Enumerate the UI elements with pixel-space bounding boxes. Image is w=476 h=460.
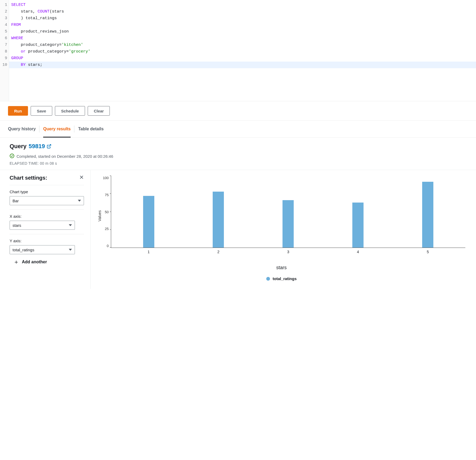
chart-type-select[interactable]: Bar — [10, 196, 84, 205]
chart-x-tick: 1 — [148, 250, 150, 254]
chart-settings-panel: Chart settings: Chart type Bar X axis: s… — [0, 170, 91, 289]
chart-type-value: Bar — [13, 199, 19, 203]
tab-table-details[interactable]: Table details — [78, 121, 104, 137]
close-icon[interactable] — [79, 174, 84, 181]
tab-query-results[interactable]: Query results — [43, 121, 71, 137]
chart-y-axis-label: Values — [98, 210, 102, 221]
chart-bar — [283, 200, 294, 248]
sql-editor[interactable]: 12345678910 SELECT stars, COUNT(stars ) … — [0, 0, 476, 101]
add-another-button[interactable]: ＋ Add another — [13, 259, 84, 265]
legend-series-label: total_ratings — [273, 276, 297, 281]
chart-x-tick: 5 — [427, 250, 429, 254]
chart-y-axis-ticks: 1007550250 — [103, 176, 111, 248]
chart-x-tick: 2 — [217, 250, 220, 254]
chart-bar — [422, 182, 433, 248]
x-axis-label: X axis: — [10, 214, 84, 219]
external-link-icon — [47, 144, 51, 149]
x-axis-value: stars — [13, 223, 21, 228]
query-status-text: Completed, started on December 28, 2020 … — [17, 154, 113, 159]
clear-button[interactable]: Clear — [88, 106, 110, 116]
query-title: Query 59819 — [10, 143, 466, 150]
x-axis-select[interactable]: stars — [10, 221, 75, 230]
save-button[interactable]: Save — [31, 106, 52, 116]
chart-bar — [143, 196, 154, 248]
y-axis-value: total_ratings — [13, 248, 34, 252]
success-icon — [10, 154, 14, 159]
y-axis-label: Y axis: — [10, 239, 84, 243]
chart-area: Values 1007550250 12345 stars total_rati… — [91, 170, 476, 289]
results-body: Chart settings: Chart type Bar X axis: s… — [0, 170, 476, 289]
query-title-prefix: Query — [10, 143, 27, 150]
y-axis-select[interactable]: total_ratings — [10, 245, 75, 254]
bar-chart: Values 1007550250 12345 — [98, 176, 465, 256]
editor-toolbar: Run Save Schedule Clear — [0, 101, 476, 121]
query-id-text: 59819 — [29, 143, 45, 150]
elapsed-time: ELAPSED TIME: 00 m 08 s — [10, 161, 466, 166]
chart-x-tick: 4 — [357, 250, 359, 254]
results-tabs: Query history Query results Table detail… — [0, 121, 476, 138]
chart-x-axis-label: stars — [98, 265, 465, 271]
plus-icon: ＋ — [13, 259, 19, 265]
chart-x-tick: 3 — [287, 250, 289, 254]
query-results-header: Query 59819 Completed, started on Decemb… — [0, 138, 476, 170]
schedule-button[interactable]: Schedule — [55, 106, 85, 116]
chart-bar — [352, 203, 364, 248]
editor-gutter: 12345678910 — [0, 0, 9, 101]
tab-query-history[interactable]: Query history — [8, 121, 36, 137]
query-id-link[interactable]: 59819 — [29, 143, 51, 150]
chart-plot-area: 12345 — [111, 176, 465, 248]
editor-code-area[interactable]: SELECT stars, COUNT(stars ) total_rating… — [9, 0, 476, 101]
chart-type-label: Chart type — [10, 189, 84, 194]
legend-swatch-icon — [266, 277, 270, 281]
chart-bar — [213, 192, 224, 248]
chart-legend: total_ratings — [98, 276, 465, 281]
add-another-label: Add another — [22, 260, 47, 264]
run-button[interactable]: Run — [8, 106, 28, 116]
chart-settings-title: Chart settings: — [10, 175, 47, 181]
